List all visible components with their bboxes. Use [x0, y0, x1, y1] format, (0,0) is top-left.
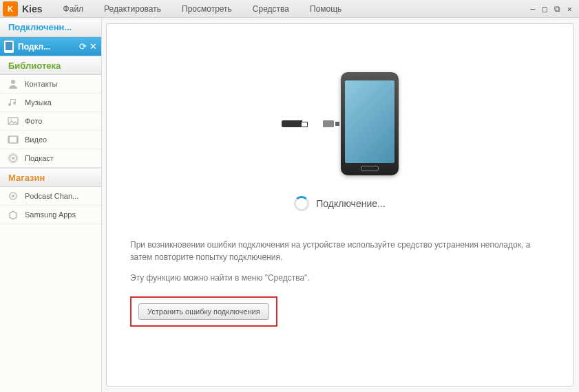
menu-help[interactable]: Помощь [310, 4, 341, 14]
photo-icon [7, 115, 19, 127]
main-menu: Файл Редактировать Просмотреть Средства … [63, 4, 531, 14]
sidebar-item-video[interactable]: Видео [0, 131, 101, 149]
menu-edit[interactable]: Редактировать [104, 4, 161, 14]
restore-icon[interactable]: ⧉ [554, 4, 560, 14]
sidebar-active-device[interactable]: Подкл... ⟳ ✕ [0, 37, 101, 56]
sidebar-store-header: Магазин [0, 168, 101, 187]
svg-rect-3 [8, 136, 18, 143]
sidebar: Подключенн... Подкл... ⟳ ✕ Библиотека Ко… [0, 18, 102, 392]
podcast-icon [7, 152, 19, 164]
phone-device-icon [341, 72, 399, 175]
connection-illustration [282, 72, 399, 175]
disconnect-icon[interactable]: ✕ [90, 41, 97, 52]
sidebar-connected-header: Подключенн... [0, 18, 101, 37]
usb-cable-icon [282, 119, 323, 129]
menu-file[interactable]: Файл [63, 4, 84, 14]
podcast-channels-icon [7, 190, 19, 202]
svg-rect-4 [8, 136, 10, 143]
video-icon [7, 133, 19, 146]
sidebar-item-podcast-channels[interactable]: Podcast Chan... [0, 187, 101, 206]
content-panel: Подключение... При возникновении ошибки … [106, 23, 573, 386]
sidebar-item-label: Фото [25, 117, 42, 125]
sidebar-active-device-label: Подкл... [18, 42, 75, 52]
app-logo-icon: K [3, 1, 18, 17]
sidebar-item-label: Samsung Apps [25, 210, 76, 219]
svg-point-9 [12, 195, 14, 197]
help-block: При возникновении ошибки подключения на … [107, 211, 573, 327]
sidebar-item-label: Podcast Chan... [25, 192, 78, 200]
sidebar-item-music[interactable]: Музыка [0, 94, 101, 112]
help-text-1: При возникновении ошибки подключения на … [130, 239, 549, 263]
maximize-icon[interactable]: □ [543, 4, 547, 14]
phone-icon [4, 41, 14, 53]
spinner-icon [294, 196, 309, 211]
usb-plug-icon [323, 120, 334, 127]
music-icon [7, 96, 19, 109]
svg-point-6 [12, 157, 14, 160]
window-controls: — □ ⧉ ✕ [530, 4, 572, 14]
menu-tools[interactable]: Средства [253, 4, 289, 14]
svg-point-2 [10, 119, 12, 120]
sidebar-item-podcast[interactable]: Подкаст [0, 149, 101, 168]
svg-rect-5 [17, 136, 18, 143]
sidebar-item-contacts[interactable]: Контакты [0, 75, 101, 94]
sidebar-item-samsung-apps[interactable]: Samsung Apps [0, 206, 101, 224]
refresh-icon[interactable]: ⟳ [79, 41, 87, 52]
minimize-icon[interactable]: — [530, 4, 535, 14]
titlebar: K Kies Файл Редактировать Просмотреть Ср… [0, 0, 579, 18]
fix-connection-button[interactable]: Устранить ошибку подключения [138, 303, 269, 320]
help-text-2: Эту функцию можно найти в меню "Средства… [130, 273, 549, 283]
svg-point-0 [11, 80, 15, 84]
main-area: Подключение... При возникновении ошибки … [102, 18, 579, 392]
sidebar-item-label: Музыка [25, 98, 52, 107]
contacts-icon [7, 78, 19, 90]
status-text: Подключение... [316, 198, 385, 209]
sidebar-item-label: Подкаст [25, 154, 54, 162]
sidebar-item-label: Видео [25, 135, 47, 144]
sidebar-item-label: Контакты [25, 80, 58, 88]
sidebar-library-header: Библиотека [0, 56, 101, 75]
samsung-apps-icon [7, 208, 19, 221]
close-icon[interactable]: ✕ [567, 4, 572, 14]
menu-view[interactable]: Просмотреть [182, 4, 232, 14]
app-name: Kies [22, 3, 43, 14]
sidebar-item-photo[interactable]: Фото [0, 112, 101, 131]
button-highlight-box: Устранить ошибку подключения [130, 296, 277, 327]
status-row: Подключение... [294, 196, 385, 211]
